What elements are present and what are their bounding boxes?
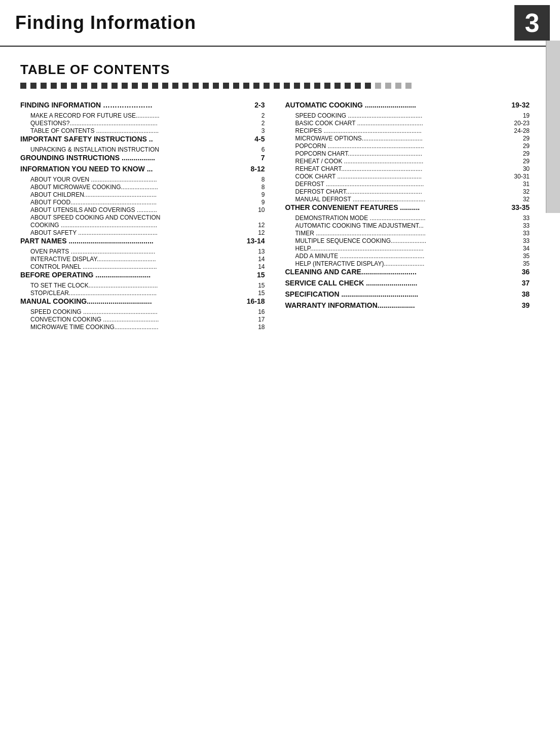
toc-sub-label: ADD A MINUTE ...........................…	[295, 253, 510, 260]
toc-sub-label: OVEN PARTS .............................…	[30, 248, 245, 255]
toc-sub-page: 13	[245, 248, 265, 255]
toc-main-label: WARRANTY INFORMATION...................	[285, 301, 510, 309]
toc-sub-entry: SPEED COOKING ..........................…	[20, 308, 265, 315]
toc-sub-label: ABOUT SAFETY ...........................…	[30, 229, 245, 236]
toc-sub-entry: ABOUT FOOD..............................…	[20, 199, 265, 206]
toc-sub-entry: MULTIPLE SEQUENCE COOKING...............…	[285, 237, 530, 244]
toc-sub-entry: HELP....................................…	[285, 245, 530, 252]
toc-main-entry: AUTOMATIC COOKING ......................…	[285, 101, 530, 109]
toc-left-column: FINDING INFORMATION ………………… 2-3 MAKE A R…	[20, 101, 265, 331]
toc-sub-page: 16	[245, 308, 265, 315]
toc-sub-entry: ABOUT SAFETY ...........................…	[20, 229, 265, 236]
toc-sub-page: 29	[509, 150, 530, 157]
page-number: 3	[514, 5, 550, 41]
toc-sub-label: REHEAT CHART............................…	[295, 165, 510, 172]
toc-main-label: AUTOMATIC COOKING ......................…	[285, 101, 510, 109]
toc-sub-page: 35	[509, 253, 530, 260]
toc-sub-label: POPCORN CHART...........................…	[295, 150, 510, 157]
toc-sub-label: HELP (INTERACTIVE DISPLAY)..............…	[295, 260, 510, 267]
toc-sub-label: ABOUT UTENSILS AND COVERINGS ...........…	[30, 206, 245, 213]
toc-main-page: 19-32	[509, 101, 530, 109]
toc-main-label: SERVICE CALL CHECK .....................…	[285, 279, 510, 287]
toc-main-page: 16-18	[245, 297, 265, 305]
toc-main-page: 37	[509, 279, 530, 287]
toc-sub-entry: TIMER ..................................…	[285, 230, 530, 237]
toc-sub-label: UNPACKING & INSTALLATION INSTRUCTION	[30, 146, 245, 153]
toc-sub-page: 8	[245, 184, 265, 191]
toc-sub-label: MANUAL DEFROST .........................…	[295, 196, 510, 203]
toc-sub-page: 14	[245, 256, 265, 263]
toc-main-page: 15	[245, 271, 265, 279]
toc-sub-page: 33	[509, 230, 530, 237]
toc-sub-entry: INTERACTIVE DISPLAY.....................…	[20, 256, 265, 263]
toc-sub-label: TIMER ..................................…	[295, 230, 510, 237]
toc-sub-page: 32	[509, 188, 530, 195]
page-header: Finding Information 3	[0, 0, 560, 47]
toc-sub-page: 33	[509, 222, 530, 229]
page-title: Finding Information	[15, 12, 196, 33]
toc-title: TABLE OF CONTENTS	[20, 62, 530, 78]
toc-sub-entry: MANUAL DEFROST .........................…	[285, 196, 530, 203]
toc-sub-page: 14	[245, 263, 265, 270]
toc-sub-label: ABOUT YOUR OVEN ........................…	[30, 176, 245, 183]
toc-main-entry: BEFORE OPERATING .......................…	[20, 271, 265, 279]
toc-main-page: 2-3	[245, 101, 265, 109]
toc-sub-entry: DEFROST CHART...........................…	[285, 188, 530, 195]
toc-sub-entry: HELP (INTERACTIVE DISPLAY)..............…	[285, 260, 530, 267]
toc-main-page: 7	[245, 154, 265, 162]
toc-sub-label: TABLE OF CONTENTS ......................…	[30, 127, 245, 134]
toc-sub-page: 30-31	[509, 173, 530, 180]
toc-sub-label: HELP....................................…	[295, 245, 510, 252]
toc-sub-entry: TABLE OF CONTENTS ......................…	[20, 127, 265, 134]
toc-sub-entry: MAKE A RECORD FOR FUTURE USE............…	[20, 112, 265, 119]
toc-main-label: CLEANING AND CARE.......................…	[285, 268, 510, 276]
toc-sub-entry: QUESTIONS?..............................…	[20, 120, 265, 127]
toc-main-page: 36	[509, 268, 530, 276]
toc-sub-label: ABOUT SPEED COOKING AND CONVECTION	[30, 214, 265, 221]
toc-sub-entry: ABOUT CHILDREN..........................…	[20, 191, 265, 198]
toc-sub-page: 3	[245, 127, 265, 134]
toc-main-entry: MANUAL COOKING..........................…	[20, 297, 265, 305]
toc-main-label: GROUNDING INSTRUCTIONS .................	[20, 154, 245, 162]
toc-sub-page: 35	[509, 260, 530, 267]
toc-sub-label: MICROWAVE TIME COOKING..................…	[30, 324, 245, 331]
toc-sub-entry: CONTROL PANEL ..........................…	[20, 263, 265, 270]
toc-main-label: OTHER CONVENIENT FEATURES ..........	[285, 203, 510, 211]
toc-main-entry: SERVICE CALL CHECK .....................…	[285, 279, 530, 287]
toc-sub-label: DEFROST CHART...........................…	[295, 188, 510, 195]
toc-sub-entry: STOP/CLEAR..............................…	[20, 290, 265, 297]
toc-sub-label: COOK CHART .............................…	[295, 173, 510, 180]
toc-sub-page: 32	[509, 196, 530, 203]
toc-sub-label: MICROWAVE OPTIONS.......................…	[295, 135, 510, 142]
toc-sub-page: 9	[245, 199, 265, 206]
toc-sub-entry: ABOUT SPEED COOKING AND CONVECTION	[20, 214, 265, 221]
toc-main-label: PART NAMES .............................…	[20, 237, 245, 245]
dot-separator	[20, 83, 530, 89]
toc-sub-page: 15	[245, 282, 265, 289]
toc-sub-entry: BASIC COOK CHART .......................…	[285, 120, 530, 127]
toc-main-label: BEFORE OPERATING .......................…	[20, 271, 245, 279]
toc-main-page: 8-12	[245, 165, 265, 173]
toc-main-label: SPECIFICATION ..........................…	[285, 290, 510, 298]
toc-sub-label: REHEAT / COOK ..........................…	[295, 158, 510, 165]
toc-sub-entry: CONVECTION COOKING .....................…	[20, 316, 265, 323]
toc-main-label: MANUAL COOKING..........................…	[20, 297, 245, 305]
toc-sub-entry: MICROWAVE TIME COOKING..................…	[20, 324, 265, 331]
toc-main-entry: IMPORTANT SAFETY INSTRUCTIONS .. 4-5	[20, 135, 265, 143]
toc-sub-entry: REHEAT CHART............................…	[285, 165, 530, 172]
toc-sub-label: MULTIPLE SEQUENCE COOKING...............…	[295, 237, 510, 244]
toc-sub-page: 34	[509, 245, 530, 252]
toc-right-column: AUTOMATIC COOKING ......................…	[285, 101, 530, 331]
toc-main-page: 13-14	[245, 237, 265, 245]
toc-sub-label: SPEED COOKING ..........................…	[30, 308, 245, 315]
toc-main-label: INFORMATION YOU NEED TO KNOW ...	[20, 165, 245, 173]
toc-sub-entry: TO SET THE CLOCK........................…	[20, 282, 265, 289]
toc-sub-page: 19	[509, 112, 530, 119]
toc-sub-page: 20-23	[509, 120, 530, 127]
toc-sub-label: CONTROL PANEL ..........................…	[30, 263, 245, 270]
toc-sub-label: INTERACTIVE DISPLAY.....................…	[30, 256, 245, 263]
toc-sub-page: 29	[509, 135, 530, 142]
toc-sub-page: 24-28	[509, 127, 530, 134]
toc-main-entry: SPECIFICATION ..........................…	[285, 290, 530, 298]
toc-sub-page: 2	[245, 112, 265, 119]
